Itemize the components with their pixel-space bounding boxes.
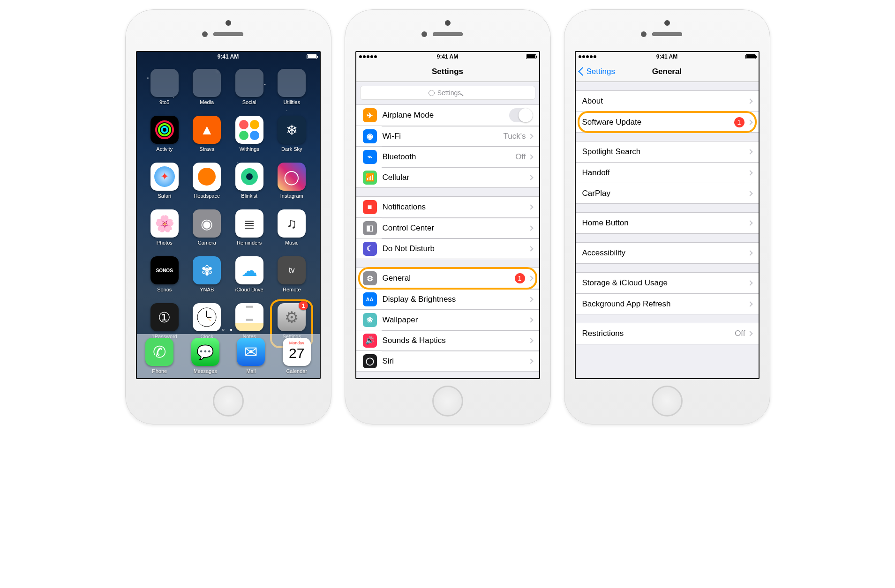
dock-app-messages[interactable]: 💬Messages	[187, 338, 224, 374]
search-input[interactable]: Settings	[360, 86, 535, 100]
row-accessibility[interactable]: Accessibility	[576, 243, 759, 263]
settings-list: ✈Airplane Mode◉Wi-FiTuck's⌁BluetoothOff📶…	[356, 104, 539, 372]
app-social[interactable]: Social	[231, 69, 268, 112]
row-background-app-refresh[interactable]: Background App Refresh	[576, 293, 759, 314]
app-label: Instagram	[273, 193, 310, 199]
app-blinkist[interactable]: Blinkist	[231, 163, 268, 206]
app-label: YNAB	[188, 287, 226, 292]
app-ynab[interactable]: ✾YNAB	[188, 256, 226, 299]
app-utilities[interactable]: Utilities	[273, 69, 310, 112]
app-label: Calendar	[278, 368, 316, 374]
general-list: AboutSoftware Update1Spotlight SearchHan…	[576, 90, 759, 344]
row-icon: 📶	[363, 171, 377, 185]
app-label: Blinkist	[231, 193, 268, 199]
row-do-not-disturb[interactable]: ☾Do Not Disturb	[356, 238, 539, 259]
app-activity[interactable]: Activity	[146, 116, 183, 159]
home-button[interactable]	[213, 386, 244, 417]
camera-dot	[226, 20, 231, 26]
row-wallpaper[interactable]: ❀Wallpaper	[356, 309, 539, 330]
app-label: Strava	[188, 146, 226, 152]
row-siri[interactable]: ◯Siri	[356, 350, 539, 371]
row-wi-fi[interactable]: ◉Wi-FiTuck's	[356, 126, 539, 146]
app-label: Camera	[188, 240, 226, 246]
dock-app-phone[interactable]: ✆Phone	[141, 338, 178, 374]
row-icon: ❀	[363, 313, 377, 327]
row-label: Cellular	[383, 173, 529, 182]
home-button[interactable]	[652, 386, 683, 417]
row-general[interactable]: ⚙General1	[356, 268, 539, 289]
dock-app-mail[interactable]: ✉Mail	[232, 338, 270, 374]
row-software-update[interactable]: Software Update1	[576, 112, 759, 132]
app-remote[interactable]: tvRemote	[273, 256, 310, 299]
row-spotlight-search[interactable]: Spotlight Search	[576, 141, 759, 162]
row-label: Storage & iCloud Usage	[582, 278, 748, 288]
row-icon: ⌁	[363, 150, 377, 164]
row-handoff[interactable]: Handoff	[576, 162, 759, 183]
app-reminders[interactable]: ≣Reminders	[231, 209, 268, 253]
speaker-grille	[433, 32, 463, 36]
home-button[interactable]	[432, 386, 463, 417]
row-bluetooth[interactable]: ⌁BluetoothOff	[356, 146, 539, 167]
back-button[interactable]: Settings	[579, 67, 615, 76]
speaker-grille	[213, 32, 243, 36]
row-sounds-haptics[interactable]: 🔊Sounds & Haptics	[356, 330, 539, 350]
chevron-icon	[528, 225, 533, 231]
row-value: Off	[515, 152, 526, 162]
chevron-icon	[528, 297, 533, 302]
row-storage-icloud-usage[interactable]: Storage & iCloud Usage	[576, 273, 759, 293]
page-title: Settings	[432, 67, 463, 76]
row-carplay[interactable]: CarPlay	[576, 183, 759, 203]
app-label: Music	[273, 240, 310, 246]
app-headspace[interactable]: Headspace	[188, 163, 226, 206]
app-camera[interactable]: ◉Camera	[188, 209, 226, 253]
chevron-icon	[747, 331, 752, 336]
app-label: Safari	[146, 193, 183, 199]
page-indicator[interactable]: ○ ●	[137, 327, 320, 332]
app-label: Mail	[232, 368, 270, 374]
app-label: Sonos	[146, 287, 183, 292]
app-dark-sky[interactable]: ❄Dark Sky	[273, 116, 310, 159]
sensor-dot	[641, 31, 647, 37]
row-label: Accessibility	[582, 248, 748, 258]
row-restrictions[interactable]: RestrictionsOff	[576, 323, 759, 344]
phone-settings: 9:41 AM Settings Settings ✈Airplane Mode…	[345, 9, 551, 424]
clock: 9:41 AM	[137, 53, 320, 60]
row-control-center[interactable]: ◧Control Center	[356, 217, 539, 238]
row-cellular[interactable]: 📶Cellular	[356, 167, 539, 187]
notification-badge: 1	[734, 117, 745, 127]
app-media[interactable]: Media	[188, 69, 226, 112]
row-label: Wi-Fi	[383, 132, 504, 141]
row-label: Do Not Disturb	[383, 244, 529, 253]
row-label: Background App Refresh	[582, 299, 748, 309]
app-label: Phone	[141, 368, 178, 374]
app-safari[interactable]: ✦Safari	[146, 163, 183, 206]
clock: 9:41 AM	[356, 53, 539, 60]
row-label: Spotlight Search	[582, 147, 748, 156]
chevron-icon	[747, 119, 752, 125]
row-icon: ◯	[363, 354, 377, 368]
notification-badge: 1	[515, 273, 525, 283]
row-about[interactable]: About	[576, 91, 759, 112]
app-photos[interactable]: 🌸Photos	[146, 209, 183, 253]
dock-app-calendar[interactable]: Monday27Calendar	[278, 338, 316, 374]
app-strava[interactable]: ▲Strava	[188, 116, 226, 159]
app-label: Reminders	[231, 240, 268, 246]
app-icloud-drive[interactable]: ☁iCloud Drive	[231, 256, 268, 299]
app-9to5[interactable]: 9to5	[146, 69, 183, 112]
battery-icon	[526, 54, 536, 59]
row-label: Software Update	[582, 118, 734, 127]
app-music[interactable]: ♫Music	[273, 209, 310, 253]
row-display-brightness[interactable]: AADisplay & Brightness	[356, 289, 539, 309]
toggle-switch[interactable]	[509, 108, 533, 122]
app-instagram[interactable]: ◯Instagram	[273, 163, 310, 206]
row-notifications[interactable]: ■Notifications	[356, 197, 539, 217]
app-withings[interactable]: Withings	[231, 116, 268, 159]
row-label: Handoff	[582, 168, 748, 178]
chevron-icon	[528, 338, 533, 343]
app-sonos[interactable]: SONOSSonos	[146, 256, 183, 299]
row-airplane-mode[interactable]: ✈Airplane Mode	[356, 105, 539, 126]
row-home-button[interactable]: Home Button	[576, 213, 759, 233]
chevron-icon	[747, 220, 752, 225]
page-title: General	[652, 67, 682, 76]
phone-home-screen: ◉ 9:41 AM 9to5MediaSocialUtilitiesActivi…	[125, 9, 331, 424]
